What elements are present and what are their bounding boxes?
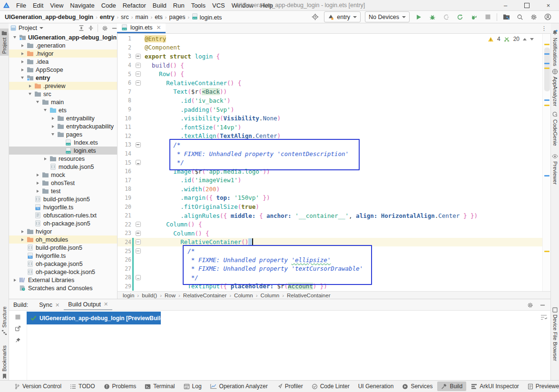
info-stripe-mark[interactable] [544,63,549,64]
stripe-item-bookmarks[interactable]: Bookmarks [0,345,9,379]
fold-marker-icon[interactable] [136,239,141,245]
tree-item-uigeneration-app-debug-login[interactable]: UIGeneration_app-debug_loginC:\Us [9,33,117,41]
statusbar-item-version-control[interactable]: Version Control [10,382,65,391]
stripe-item-project[interactable]: Project [0,29,9,56]
editor-breadcrumb-column[interactable]: Column [234,293,253,298]
statusbar-item-code-linter[interactable]: Code Linter [308,382,353,391]
tree-chevron-icon[interactable] [19,77,26,79]
pin-icon[interactable] [15,337,21,343]
tree-chevron-icon[interactable] [19,238,26,241]
build-tab-sync[interactable]: Sync✕ [35,299,64,311]
tree-chevron-icon[interactable] [49,117,56,120]
line-number[interactable]: 29 [117,283,131,290]
line-number[interactable]: 21 [117,212,131,219]
device-selector[interactable]: No Devices [365,11,410,22]
maximize-button[interactable] [516,0,538,10]
statusbar-item-services[interactable]: Services [398,382,436,391]
stripe-item-structure[interactable]: Structure [0,306,9,335]
tree-item-oh-package-json5[interactable]: oh-package.json5 [9,260,117,268]
code-line-17[interactable]: 17 .id('imageView1') [117,176,542,185]
info-stripe-mark[interactable] [544,175,549,176]
line-number[interactable]: 17 [117,177,131,184]
statusbar-item-log[interactable]: Log [180,382,206,391]
code-line-20[interactable]: 20 .fitOriginalSize(true) [117,202,542,211]
tree-chevron-icon[interactable] [34,101,41,103]
warning-stripe-mark[interactable] [544,68,549,69]
warning-stripe-mark[interactable] [544,44,549,45]
line-number[interactable]: 27 [117,265,131,272]
fold-marker-icon[interactable] [136,160,141,165]
tree-item-preview[interactable]: .preview [9,82,117,90]
line-number[interactable]: 4 [117,62,131,69]
tree-item-ets[interactable]: ets [9,106,117,114]
code-line-16[interactable]: 16 Image($r('app.media.logo')) [117,167,542,176]
warning-stripe-mark[interactable] [544,251,549,252]
code-line-7[interactable]: 7 Text($r(<Back)) [117,88,542,97]
stripe-item-codegenie[interactable]: CodeGenie [551,111,559,146]
tree-item-oh-modules[interactable]: oh_modules [9,235,117,244]
fold-marker-icon[interactable] [136,248,141,254]
breadcrumb-item-ets[interactable]: ets [155,14,163,20]
stripe-item-device-file-browser[interactable]: Device File Browser [551,307,559,361]
editor-breadcrumb-column[interactable]: Column [261,293,280,298]
soft-wrap-icon[interactable] [540,314,547,320]
next-issue-icon[interactable] [530,38,534,40]
line-number[interactable]: 3 [117,53,131,59]
tree-item-hvigor[interactable]: hvigor [9,227,117,235]
line-number[interactable]: 5 [117,71,131,78]
line-number[interactable]: 1 [117,35,131,42]
build-result-row[interactable]: UIGeneration_app-debug_login [PreviewBui… [27,312,161,324]
settings-gear-icon[interactable] [529,12,539,22]
statusbar-item-terminal[interactable]: Terminal [141,382,178,391]
account-icon[interactable] [543,12,552,22]
tree-item-module-json5[interactable]: module.json5 [9,163,117,171]
stripe-item-appanalyzer[interactable]: AppAnalyzer [551,69,559,106]
editor-breadcrumb-build[interactable]: build() [142,293,157,298]
rerun-debug-button[interactable] [469,12,479,22]
menu-run[interactable]: Run [170,2,188,9]
line-number[interactable]: 10 [117,115,131,122]
line-number[interactable]: 13 [117,141,131,148]
tree-item-hvigor[interactable]: .hvigor [9,49,117,58]
hide-build-panel-icon[interactable] [540,303,545,308]
tree-item-oh-package-json5[interactable]: oh-package.json5 [9,219,117,227]
line-number[interactable]: 25 [117,248,131,255]
warning-stripe-mark[interactable] [544,105,549,106]
menu-view[interactable]: View [47,2,67,9]
prev-issue-icon[interactable] [523,38,527,40]
fold-marker-icon[interactable] [136,54,141,59]
line-number[interactable]: 14 [117,150,131,157]
tree-item-hvigorfile-ts[interactable]: TShvigorfile.ts [9,203,117,211]
code-line-5[interactable]: 5 Row() { [117,69,542,78]
code-line-28[interactable]: 28 */ [117,273,542,282]
editor-options-kebab-icon[interactable]: ⋮ [541,25,551,32]
tree-item-entrybackupability[interactable]: entrybackupability [9,122,117,130]
tree-chevron-icon[interactable] [27,93,33,95]
menu-build[interactable]: Build [149,2,170,9]
info-stripe-mark[interactable] [544,53,549,55]
line-number[interactable]: 23 [117,230,131,236]
tree-chevron-icon[interactable] [34,190,41,193]
code-line-26[interactable]: 26 * FIXME: Unhandled property 'ellipsiz… [117,255,542,265]
line-number[interactable]: 7 [117,88,131,95]
tree-chevron-icon[interactable] [19,60,26,63]
editor-breadcrumb-login[interactable]: login [123,293,134,298]
code-line-9[interactable]: 9 .padding('5vp') [117,105,542,114]
tree-item-main[interactable]: main [9,98,117,106]
device-file-manager-icon[interactable] [501,12,511,22]
breadcrumb-item-src[interactable]: src [121,14,129,20]
tree-item-oh-package-lock-json5[interactable]: oh-package-lock.json5 [9,268,117,276]
editor-breadcrumb-row[interactable]: Row [165,293,176,298]
tree-item-hvigorfile-ts[interactable]: TShvigorfile.ts [9,252,117,260]
line-number[interactable]: 15 [117,159,131,166]
statusbar-item-previewerlog[interactable]: PreviewerLog [524,382,559,391]
code-line-15[interactable]: 15 */ [117,158,542,167]
code-line-27[interactable]: 27 * FIXME: Unhandled property 'textCurs… [117,264,542,273]
tree-chevron-icon[interactable] [19,44,26,47]
close-button[interactable]: × [538,0,559,10]
code-line-21[interactable]: 21 .alignRules({ middle: { anchor: '__co… [117,211,542,220]
tree-chevron-icon[interactable] [34,182,41,185]
code-line-1[interactable]: 1@Entry [117,34,542,43]
tree-item-scratches-and-consoles[interactable]: Scratches and Consoles [9,284,117,292]
chevron-down-icon[interactable] [39,27,43,29]
